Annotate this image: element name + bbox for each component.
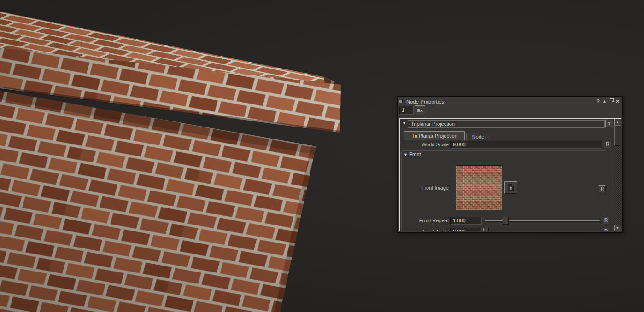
edit-nodes-button[interactable]	[415, 105, 425, 115]
tab-tri-planar-projection[interactable]: Tri Planar Projection	[404, 131, 465, 140]
tab-divider	[400, 140, 621, 140]
front-angle-reset-button[interactable]: R	[603, 228, 609, 231]
front-repeat-input[interactable]: 1.000	[450, 217, 482, 225]
front-section-label: Front	[409, 151, 421, 157]
front-collapse-arrow-icon: ▼	[404, 152, 408, 157]
window-grip-icon	[399, 100, 403, 103]
front-angle-input[interactable]: 0.000	[450, 228, 482, 231]
close-icon[interactable]: ✕	[615, 98, 621, 104]
front-image-label: Front Image	[400, 185, 449, 191]
restore-icon[interactable]	[608, 98, 614, 104]
front-repeat-slider-handle[interactable]	[503, 217, 509, 225]
front-angle-label: Front Angle	[400, 229, 449, 231]
load-image-icon	[507, 184, 515, 191]
world-scale-input[interactable]: 9.000	[450, 141, 602, 149]
front-repeat-slider-track[interactable]	[485, 220, 600, 221]
scroll-up-icon[interactable]: ▲	[614, 119, 621, 125]
scroll-down-icon[interactable]: ▼	[614, 225, 621, 231]
scrollbar[interactable]: ▲ ▼	[614, 119, 621, 231]
panel-title: Node Properties	[406, 99, 445, 104]
front-image-reset-button[interactable]: R	[599, 185, 606, 192]
front-section-header[interactable]: ▼ Front	[404, 151, 421, 157]
front-image-thumbnail[interactable]	[456, 165, 502, 210]
node-count-field[interactable]: 1	[399, 106, 414, 115]
node-collapse-arrow-icon[interactable]: ▼	[402, 121, 406, 126]
panel-titlebar[interactable]: Node Properties ? ▲ ✕	[398, 97, 622, 106]
remove-node-button[interactable]: x	[605, 120, 613, 127]
front-angle-slider-handle[interactable]	[483, 228, 489, 231]
node-properties-scroll-area: ▼ Triplanar Projection x Tri Planar Proj…	[399, 118, 621, 231]
node-title-field[interactable]: Triplanar Projection	[408, 120, 605, 128]
world-scale-reset-button[interactable]: R	[604, 141, 611, 148]
edit-nodes-icon	[417, 108, 423, 113]
load-image-button[interactable]	[504, 181, 517, 194]
front-repeat-reset-button[interactable]: R	[603, 217, 609, 224]
world-scale-label: World Scale	[400, 142, 449, 147]
node-properties-panel: Node Properties ? ▲ ✕ 1 ▼ Triplanar Proj…	[397, 96, 623, 233]
scrollbar-thumb[interactable]	[614, 125, 621, 146]
tab-node[interactable]: Node	[466, 133, 490, 140]
help-icon[interactable]: ?	[595, 98, 601, 104]
collapse-icon[interactable]: ▲	[602, 98, 608, 104]
front-repeat-label: Front Repeat	[400, 218, 449, 223]
